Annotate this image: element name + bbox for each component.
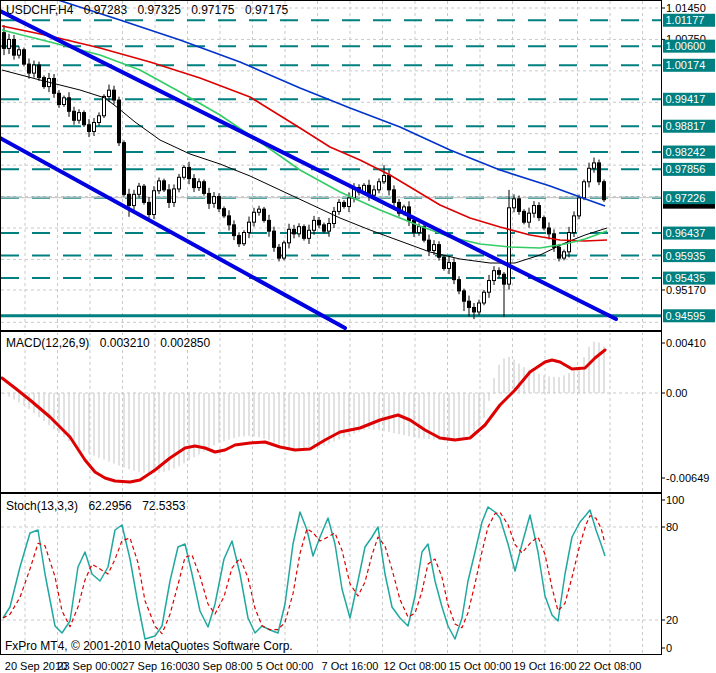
- stoch-d-value: 72.5353: [142, 499, 185, 513]
- candle-bearish: [143, 186, 146, 202]
- candle-bullish: [483, 292, 486, 303]
- candle-bearish: [273, 231, 276, 247]
- candle-bearish: [68, 98, 71, 111]
- candle-bullish: [153, 191, 156, 215]
- candle-bullish: [288, 229, 291, 242]
- time-axis-label: 27 Sep 16:00: [122, 660, 187, 672]
- candle-bearish: [13, 39, 16, 55]
- candle-bullish: [298, 227, 301, 234]
- candle-bearish: [223, 209, 226, 216]
- candle-bullish: [283, 243, 286, 258]
- candle-bearish: [548, 228, 551, 234]
- candle-bullish: [573, 216, 576, 233]
- candle-bullish: [588, 168, 591, 181]
- price-tag-label: 0.95935: [666, 250, 706, 262]
- macd-signal-value: 0.002850: [160, 336, 210, 350]
- copyright-text: FxPro MT4, © 2001-2010 MetaQuotes Softwa…: [5, 639, 293, 653]
- candle-bearish: [123, 143, 126, 195]
- candle-bullish: [488, 281, 491, 293]
- time-axis-label: 5 Oct 00:00: [257, 660, 314, 672]
- candle-bullish: [213, 197, 216, 204]
- candle-bearish: [453, 263, 456, 280]
- candle-bullish: [173, 189, 176, 202]
- candle-bullish: [508, 208, 511, 284]
- candle-bearish: [203, 182, 206, 194]
- candle-bullish: [373, 190, 376, 195]
- stoch-name-label: Stoch(13,3,3): [6, 499, 78, 513]
- stoch-axis-label: 0: [666, 642, 672, 654]
- mt4-chart-window: 1.014501.007500.951701.011771.006001.001…: [0, 0, 716, 673]
- price-axis-label: 0.95170: [666, 284, 706, 296]
- candle-bearish: [58, 93, 61, 104]
- time-axis-label: 7 Oct 16:00: [322, 660, 379, 672]
- candle-bearish: [323, 225, 326, 231]
- candle-bullish: [108, 90, 111, 96]
- candle-bullish: [78, 113, 81, 121]
- candle-bearish: [263, 209, 266, 220]
- macd-panel-frame: [1, 332, 662, 493]
- candle-bearish: [443, 257, 446, 268]
- macd-axis-label: -0.00649: [666, 472, 709, 484]
- candle-bearish: [193, 179, 196, 188]
- time-axis-label: 15 Oct 00:00: [449, 660, 512, 672]
- stoch-k-value: 62.2956: [88, 499, 131, 513]
- candle-bullish: [8, 39, 11, 48]
- candle-bullish: [478, 303, 481, 312]
- candle-bearish: [278, 247, 281, 258]
- candle-bearish: [43, 78, 46, 87]
- title-open-value: 0.97283: [84, 3, 127, 17]
- candle-bullish: [513, 199, 516, 208]
- time-axis-label: 12 Oct 08:00: [384, 660, 447, 672]
- candle-bearish: [498, 271, 501, 275]
- candle-bearish: [518, 199, 521, 212]
- candle-bullish: [178, 177, 181, 189]
- candle-bullish: [313, 220, 316, 230]
- price-tag-label: 0.96437: [666, 227, 706, 239]
- candle-bearish: [148, 202, 151, 214]
- candle-bearish: [343, 202, 346, 206]
- candle-bullish: [133, 194, 136, 205]
- title-high-value: 0.97325: [137, 3, 180, 17]
- price-axis-label: 1.01450: [666, 2, 706, 14]
- stoch-panel-frame: [1, 494, 662, 655]
- candle-bearish: [118, 100, 121, 143]
- candle-bullish: [158, 181, 161, 191]
- candle-bearish: [428, 240, 431, 250]
- candle-bullish: [593, 163, 596, 168]
- candle-bearish: [523, 211, 526, 222]
- candle-bullish: [33, 65, 36, 73]
- price-tag-label: 0.99417: [666, 93, 706, 105]
- candle-bullish: [418, 227, 421, 233]
- title-close-value: 0.97175: [245, 3, 288, 17]
- price-tag-label: 0.97226: [666, 192, 706, 204]
- candle-bullish: [578, 198, 581, 216]
- candle-bullish: [93, 122, 96, 131]
- candle-bullish: [528, 213, 531, 222]
- candle-bearish: [208, 193, 211, 203]
- candle-bearish: [468, 301, 471, 307]
- candle-bearish: [503, 274, 506, 284]
- stoch-axis-label: 20: [666, 614, 678, 626]
- candle-bearish: [458, 280, 461, 291]
- candle-bullish: [18, 50, 21, 55]
- stoch-axis-label: 100: [666, 494, 684, 506]
- candle-bullish: [258, 209, 261, 212]
- candle-bullish: [98, 116, 101, 123]
- candle-bearish: [28, 64, 31, 73]
- candle-bullish: [563, 252, 566, 258]
- candle-bearish: [53, 78, 56, 93]
- candle-bullish: [63, 98, 66, 105]
- candle-bullish: [253, 212, 256, 222]
- macd-axis-label: 0.00: [666, 387, 687, 399]
- candle-bearish: [413, 220, 416, 232]
- candle-bearish: [38, 65, 41, 78]
- candle-bearish: [113, 90, 116, 100]
- symbol-period-label: USDCHF,H4: [6, 3, 73, 17]
- candle-bearish: [238, 236, 241, 244]
- candle-bearish: [438, 245, 441, 258]
- candle-bearish: [293, 229, 296, 233]
- price-tag-label: 0.98817: [666, 120, 706, 132]
- candle-bullish: [383, 175, 386, 181]
- candle-bullish: [138, 186, 141, 194]
- candle-bearish: [303, 227, 306, 239]
